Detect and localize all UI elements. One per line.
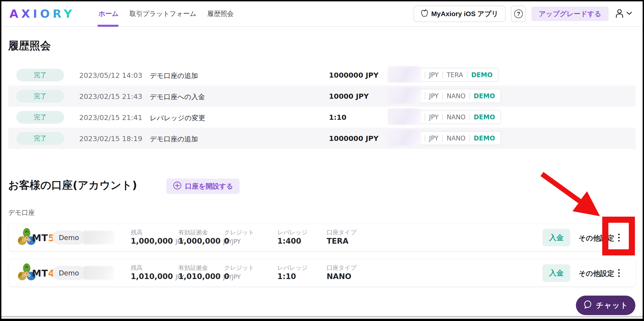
demo-badge: Demo	[52, 231, 85, 245]
deposit-button[interactable]: 入金	[542, 229, 570, 246]
history-amount: 1000000 JPY	[329, 71, 378, 79]
red-arrow-annotation	[540, 169, 604, 218]
tag-account-type: NANO	[447, 92, 466, 100]
nav-item-home[interactable]: ホーム	[98, 1, 118, 26]
tag-separator	[470, 114, 470, 120]
accounts-section-title: お客様の口座(アカウント)	[8, 178, 137, 192]
tag-separator	[470, 93, 470, 99]
history-description: デモ口座の追加	[150, 71, 198, 80]
tag-account-type: TERA	[447, 71, 463, 79]
history-datetime: 2023/02/15 21:41	[79, 113, 142, 122]
history-amount: 1:10	[329, 113, 346, 121]
history-description: デモ口座の追加	[150, 135, 198, 144]
account-tag: JPY NANO DEMO	[388, 131, 501, 145]
tag-separator	[442, 71, 443, 78]
demo-badge: Demo	[52, 266, 85, 280]
user-menu[interactable]	[614, 8, 632, 19]
active-tab-underline	[98, 25, 118, 27]
history-section-title: 履歴照会	[8, 38, 51, 53]
chevron-down-icon	[626, 11, 632, 16]
account-tag: JPY NANO DEMO	[388, 89, 501, 103]
account-tag: JPY NANO DEMO	[388, 110, 501, 124]
history-datetime: 2023/02/15 18:19	[79, 135, 142, 143]
history-row: 完了 2023/05/12 14:03 デモ口座の追加 1000000 JPY …	[8, 64, 636, 85]
tag-currency: JPY	[429, 113, 438, 121]
status-badge: 完了	[16, 132, 64, 145]
tag-currency: JPY	[429, 71, 438, 79]
account-tag: JPY TERA DEMO	[388, 68, 498, 82]
axiory-logo[interactable]: AXIORY	[10, 7, 82, 21]
tag-demo-label: DEMO	[474, 113, 495, 121]
redacted-account-number	[83, 231, 114, 244]
account-card-mt5: MT5 Demo 残高 1,000,000 JPY 有効証拠金 1,000,00…	[8, 224, 636, 251]
tag-currency: JPY	[429, 92, 438, 100]
tag-separator	[442, 135, 443, 142]
redacted-account-number	[388, 87, 421, 104]
history-row: 完了 2023/02/15 21:43 デモ口座への入金 10000 JPY J…	[8, 85, 636, 107]
plus-circle-icon	[173, 181, 182, 192]
upgrade-button[interactable]: アップグレードする	[532, 6, 608, 21]
history-datetime: 2023/02/15 21:43	[79, 92, 142, 100]
header-actions: MyAxiory iOS アプリ ? アップグレードする	[414, 6, 632, 22]
redacted-account-number	[388, 108, 421, 125]
kebab-menu-icon[interactable]	[618, 269, 620, 277]
tag-separator	[470, 135, 470, 142]
redacted-account-number	[388, 130, 421, 146]
chat-bubble-icon	[583, 300, 592, 311]
platform-name: MT5	[32, 233, 55, 243]
account-card-mt4: MT4 Demo 残高 1,010,000 JPY 有効証拠金 1,010,00…	[8, 259, 636, 287]
history-datetime: 2023/05/12 14:03	[79, 71, 142, 79]
chat-button[interactable]: チャット	[576, 296, 635, 315]
tag-separator	[425, 114, 425, 120]
more-settings-label[interactable]: その他設定	[578, 233, 614, 243]
history-amount: 1000000 JPY	[329, 134, 378, 142]
myaxiory-dashboard: AXIORY ホーム 取引プラットフォーム 履歴照会	[0, 0, 644, 321]
question-mark-icon: ?	[514, 9, 523, 18]
status-badge: 完了	[16, 90, 64, 102]
status-badge: 完了	[16, 111, 64, 124]
demo-accounts-group-label: デモ口座	[8, 208, 35, 217]
top-navbar: AXIORY ホーム 取引プラットフォーム 履歴照会	[1, 1, 643, 27]
more-settings-label[interactable]: その他設定	[578, 269, 614, 278]
history-description: レバレッジの変更	[150, 113, 205, 123]
history-table: 完了 2023/05/12 14:03 デモ口座の追加 1000000 JPY …	[8, 64, 636, 149]
history-row: 完了 2023/02/15 21:41 レバレッジの変更 1:10 JPY NA…	[8, 107, 636, 128]
tag-demo-label: DEMO	[474, 92, 495, 100]
tag-demo-label: DEMO	[474, 135, 495, 142]
tag-separator	[425, 93, 425, 99]
main-nav: ホーム 取引プラットフォーム 履歴照会	[98, 1, 234, 26]
user-icon	[614, 8, 624, 19]
deposit-button[interactable]: 入金	[542, 264, 570, 282]
apple-icon	[421, 9, 428, 19]
redacted-account-number	[388, 66, 421, 83]
open-account-button[interactable]: 口座を開設する	[166, 179, 240, 194]
bottom-divider	[0, 316, 644, 317]
history-description: デモ口座への入金	[150, 92, 205, 102]
tag-account-type: NANO	[447, 113, 466, 121]
tag-separator	[425, 135, 425, 142]
tag-demo-label: DEMO	[471, 71, 492, 79]
tag-separator	[442, 93, 443, 99]
kebab-menu-icon[interactable]	[618, 234, 620, 242]
tag-account-type: NANO	[447, 135, 466, 142]
nav-item-trading-platform[interactable]: 取引プラットフォーム	[130, 1, 196, 26]
tag-currency: JPY	[429, 135, 438, 142]
help-button[interactable]: ?	[511, 6, 526, 22]
tag-separator	[425, 71, 425, 78]
nav-item-history[interactable]: 履歴照会	[207, 1, 234, 26]
status-badge: 完了	[16, 69, 64, 81]
ios-app-button[interactable]: MyAxiory iOS アプリ	[414, 6, 506, 22]
tag-separator	[442, 114, 443, 120]
svg-text:AXIORY: AXIORY	[10, 7, 75, 20]
redacted-account-number	[83, 266, 114, 280]
platform-name: MT4	[32, 268, 55, 279]
history-amount: 10000 JPY	[329, 92, 369, 100]
history-row: 完了 2023/02/15 18:19 デモ口座の追加 1000000 JPY …	[8, 128, 636, 149]
tag-separator	[467, 71, 468, 78]
